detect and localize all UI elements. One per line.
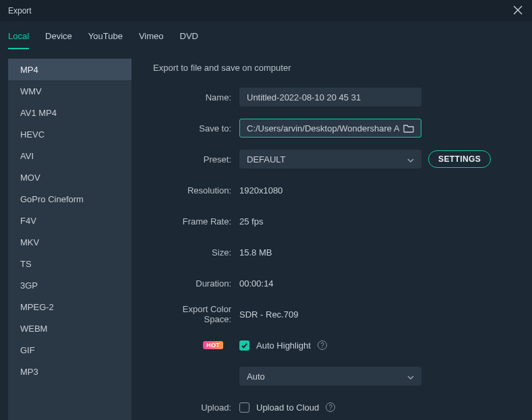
value-colorspace: SDR - Rec.709 [239, 309, 517, 320]
folder-icon[interactable] [403, 123, 414, 133]
help-icon[interactable]: ? [318, 340, 327, 350]
format-f4v[interactable]: F4V [8, 210, 131, 231]
export-tabs: Local Device YouTube Vimeo DVD [0, 22, 532, 49]
hot-badge: HOT [203, 341, 223, 349]
auto-highlight-label: Auto Highlight [256, 340, 311, 351]
label-size: Size: [153, 247, 239, 258]
label-duration: Duration: [153, 278, 239, 289]
label-framerate: Frame Rate: [153, 216, 239, 227]
preset-select[interactable]: DEFAULT [239, 150, 421, 169]
titlebar: Export [0, 0, 532, 22]
format-gopro[interactable]: GoPro Cineform [8, 188, 131, 210]
settings-button[interactable]: SETTINGS [428, 150, 491, 168]
format-hevc[interactable]: HEVC [8, 123, 131, 145]
format-sidebar: MP4 WMV AV1 MP4 HEVC AVI MOV GoPro Cinef… [8, 59, 131, 420]
saveto-field[interactable]: C:/Users/arvin/Desktop/Wondershare Arti [239, 119, 421, 138]
format-mpeg2[interactable]: MPEG-2 [8, 296, 131, 318]
format-ts[interactable]: TS [8, 253, 131, 274]
label-upload: Upload: [153, 402, 239, 413]
format-mkv[interactable]: MKV [8, 231, 131, 253]
tab-device[interactable]: Device [45, 27, 72, 49]
format-mp3[interactable]: MP3 [8, 361, 131, 382]
value-resolution: 1920x1080 [239, 185, 517, 196]
tab-local[interactable]: Local [8, 27, 29, 49]
lead-text: Export to file and save on computer [153, 63, 517, 73]
preset-value: DEFAULT [247, 154, 286, 164]
upload-cloud-label: Upload to Cloud [256, 402, 319, 413]
chevron-down-icon [407, 156, 414, 162]
label-preset: Preset: [153, 154, 239, 164]
auto-highlight-value: Auto [247, 371, 265, 382]
label-saveto: Save to: [153, 123, 239, 133]
close-icon[interactable] [513, 5, 524, 16]
window-title: Export [8, 6, 32, 16]
format-gif[interactable]: GIF [8, 339, 131, 361]
format-mov[interactable]: MOV [8, 167, 131, 188]
format-avi[interactable]: AVI [8, 145, 131, 167]
label-colorspace: Export Color Space: [153, 304, 239, 324]
format-webm[interactable]: WEBM [8, 318, 131, 339]
tab-dvd[interactable]: DVD [180, 27, 198, 49]
format-3gp[interactable]: 3GP [8, 274, 131, 296]
label-resolution: Resolution: [153, 185, 239, 196]
format-mp4[interactable]: MP4 [8, 59, 131, 80]
value-duration: 00:00:14 [239, 278, 517, 289]
value-framerate: 25 fps [239, 216, 517, 227]
chevron-down-icon [407, 373, 414, 380]
export-dialog: Export Local Device YouTube Vimeo DVD MP… [0, 0, 532, 420]
tab-youtube[interactable]: YouTube [88, 27, 123, 49]
auto-highlight-select[interactable]: Auto [239, 367, 421, 386]
format-av1mp4[interactable]: AV1 MP4 [8, 102, 131, 123]
value-size: 15.8 MB [239, 247, 517, 258]
dialog-body: MP4 WMV AV1 MP4 HEVC AVI MOV GoPro Cinef… [0, 49, 532, 420]
tab-vimeo[interactable]: Vimeo [139, 27, 164, 49]
name-input[interactable] [239, 88, 421, 107]
saveto-path: C:/Users/arvin/Desktop/Wondershare Arti [247, 123, 399, 133]
help-icon[interactable]: ? [326, 402, 335, 412]
upload-cloud-checkbox[interactable] [239, 402, 249, 413]
format-wmv[interactable]: WMV [8, 80, 131, 102]
auto-highlight-checkbox[interactable] [239, 340, 249, 351]
label-name: Name: [153, 92, 239, 102]
export-settings-panel: Export to file and save on computer Name… [140, 59, 524, 420]
